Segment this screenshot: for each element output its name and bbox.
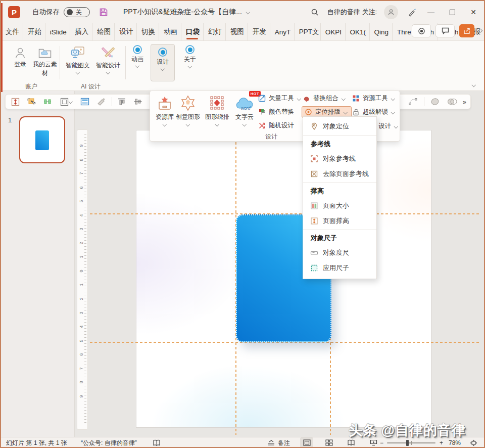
layout-icon[interactable] bbox=[78, 96, 91, 107]
ruler-number: 9 bbox=[79, 144, 84, 147]
shape-wrap-button[interactable]: 图形绕排 bbox=[204, 94, 231, 126]
format-brush-icon[interactable] bbox=[94, 96, 108, 107]
login-button[interactable]: 登录 bbox=[9, 46, 31, 69]
ribbon-tab[interactable]: Thre bbox=[392, 23, 415, 40]
ribbon-tab[interactable]: 视图 bbox=[225, 23, 248, 40]
vertical-ruler: 9876543210123456789 bbox=[77, 129, 88, 430]
close-button[interactable]: ✕ bbox=[463, 1, 484, 23]
ribbon-tab[interactable]: 切换 bbox=[136, 23, 159, 40]
slide-number: 1 bbox=[8, 116, 12, 124]
design-partial-item[interactable]: 设计 bbox=[378, 122, 398, 130]
ribbon-tab[interactable]: 绘图 bbox=[92, 23, 114, 40]
more-tools-icon[interactable]: » bbox=[463, 98, 465, 106]
menu-item-object-ruler[interactable]: 对象度尺 bbox=[303, 245, 376, 260]
group-separator bbox=[125, 46, 126, 79]
slide-sorter-view-button[interactable] bbox=[322, 437, 335, 447]
pen-tool-icon[interactable] bbox=[403, 4, 420, 21]
shape-combine-icon[interactable] bbox=[446, 96, 459, 107]
ribbon-tab[interactable]: Qing bbox=[369, 23, 392, 40]
minimize-button[interactable]: — bbox=[420, 1, 442, 23]
chevron-down-icon bbox=[391, 97, 395, 100]
workspace: 1 9876543210123456789 bbox=[1, 91, 484, 437]
shape-single-icon[interactable] bbox=[428, 96, 442, 107]
zoom-track[interactable] bbox=[387, 442, 435, 443]
menu-item-apply-ruler[interactable]: 应用尺子 bbox=[303, 260, 376, 276]
window-edge-accent bbox=[1, 3, 3, 92]
document-title[interactable]: PPT小知识&疑难杂症-公众号【自律... bbox=[123, 8, 250, 17]
chevron-right-icon[interactable] bbox=[479, 29, 482, 33]
about-menu-button[interactable]: 关于 bbox=[179, 45, 201, 68]
menu-item-object-locate[interactable]: 对象定位 bbox=[303, 118, 376, 135]
ribbon-tab[interactable]: OKPI bbox=[320, 23, 345, 40]
slide-thumbnail[interactable] bbox=[19, 116, 65, 163]
checkbox-dropdown-icon[interactable] bbox=[57, 96, 75, 107]
menu-item-page-size[interactable]: 页面大小 bbox=[303, 198, 376, 213]
chevron-down-icon bbox=[342, 97, 346, 100]
menu-divider bbox=[303, 183, 376, 183]
menu-item-remove-page-guides[interactable]: 去除页面参考线 bbox=[303, 166, 376, 182]
chevron-down-icon bbox=[394, 125, 398, 128]
chevron-down-icon bbox=[243, 123, 247, 126]
color-replace-item[interactable]: 颜色替换 bbox=[258, 108, 294, 116]
vector-tools-item[interactable]: 矢量工具 bbox=[258, 94, 301, 103]
word-cloud-label: 文字云 bbox=[235, 113, 254, 121]
tab-label: Qing bbox=[374, 28, 389, 36]
ribbon-tab[interactable]: OK1( bbox=[345, 23, 369, 40]
share-button[interactable] bbox=[459, 24, 474, 37]
ruler-number: 3 bbox=[79, 228, 84, 231]
ruler-number: 5 bbox=[79, 200, 84, 203]
vector-tools-label: 矢量工具 bbox=[269, 94, 294, 103]
ribbon-tab[interactable]: 设计 bbox=[114, 23, 136, 40]
distribute-horizontal-icon[interactable] bbox=[41, 96, 54, 107]
cloud-assets-button[interactable]: 我的云素材 bbox=[32, 46, 58, 77]
super-unlock-item[interactable]: 超级解锁 bbox=[352, 108, 395, 116]
smart-graphic-button[interactable]: 智能图文 bbox=[64, 45, 92, 74]
ribbon-tab[interactable]: 动画 bbox=[159, 23, 181, 40]
maximize-button[interactable] bbox=[442, 1, 463, 23]
random-design-item[interactable]: 随机设计 bbox=[258, 121, 294, 130]
autosave-toggle[interactable]: 关 bbox=[64, 7, 90, 17]
word-cloud-button[interactable]: word HOT 文字云 bbox=[231, 94, 258, 126]
ribbon-tab[interactable]: 开发 bbox=[248, 23, 270, 40]
save-icon[interactable] bbox=[99, 8, 108, 17]
title-bar: P 自动保存 关 PPT小知识&疑难杂症-公众号【自律... 自律的音律 关注: bbox=[1, 1, 484, 23]
design-menu-button[interactable]: 设计 bbox=[151, 44, 175, 81]
ribbon-tab[interactable]: iSlide bbox=[45, 23, 70, 40]
ribbon-tab[interactable]: PPT文 bbox=[294, 23, 320, 40]
menu-item-object-guides[interactable]: 对象参考线 bbox=[303, 151, 376, 166]
resource-tools-item[interactable]: 资源工具 bbox=[352, 94, 395, 103]
chevron-down-icon bbox=[215, 123, 219, 126]
fit-to-window-button[interactable] bbox=[470, 437, 477, 448]
search-icon[interactable] bbox=[306, 4, 323, 21]
ribbon-tab[interactable]: 插入 bbox=[70, 23, 92, 40]
stretch-height-icon[interactable] bbox=[9, 96, 22, 107]
ribbon-tab[interactable]: 幻灯 bbox=[203, 23, 225, 40]
notes-toggle[interactable]: 备注 bbox=[267, 437, 290, 448]
record-button[interactable] bbox=[412, 24, 431, 37]
menu-item-page-stretch[interactable]: 页面撑高 bbox=[303, 213, 376, 229]
ribbon-tab[interactable]: 文件 bbox=[1, 23, 23, 40]
zoom-handle[interactable] bbox=[406, 440, 409, 446]
tab-label: PPT文 bbox=[299, 27, 319, 36]
ruler-number: 8 bbox=[79, 381, 84, 384]
transform-points-icon[interactable] bbox=[407, 96, 420, 107]
select-object-icon[interactable] bbox=[25, 96, 38, 107]
menu-divider bbox=[303, 230, 376, 230]
replace-combine-item[interactable]: 替换组合 bbox=[303, 94, 346, 103]
comments-button[interactable] bbox=[435, 24, 455, 37]
ribbon-collapse-icon[interactable] bbox=[472, 83, 476, 86]
ribbon-tab[interactable]: AnyT bbox=[270, 23, 294, 40]
creative-shapes-button[interactable]: 创意图形 bbox=[174, 94, 202, 126]
animation-menu-button[interactable]: 动画 bbox=[128, 45, 147, 67]
spellcheck-icon[interactable] bbox=[153, 437, 161, 448]
smart-design-button[interactable]: 智能设计 bbox=[94, 45, 122, 74]
ribbon-tab[interactable]: 开始 bbox=[23, 23, 45, 40]
ribbon-tab[interactable]: 口袋 bbox=[181, 23, 203, 40]
word-cloud-icon: word HOT bbox=[234, 94, 255, 111]
normal-view-button[interactable] bbox=[300, 437, 313, 447]
align-middle-icon[interactable] bbox=[131, 96, 144, 107]
align-top-icon[interactable] bbox=[115, 96, 128, 107]
user-avatar[interactable] bbox=[384, 5, 398, 19]
chevron-down-icon bbox=[106, 71, 110, 74]
resource-library-icon bbox=[157, 94, 173, 111]
